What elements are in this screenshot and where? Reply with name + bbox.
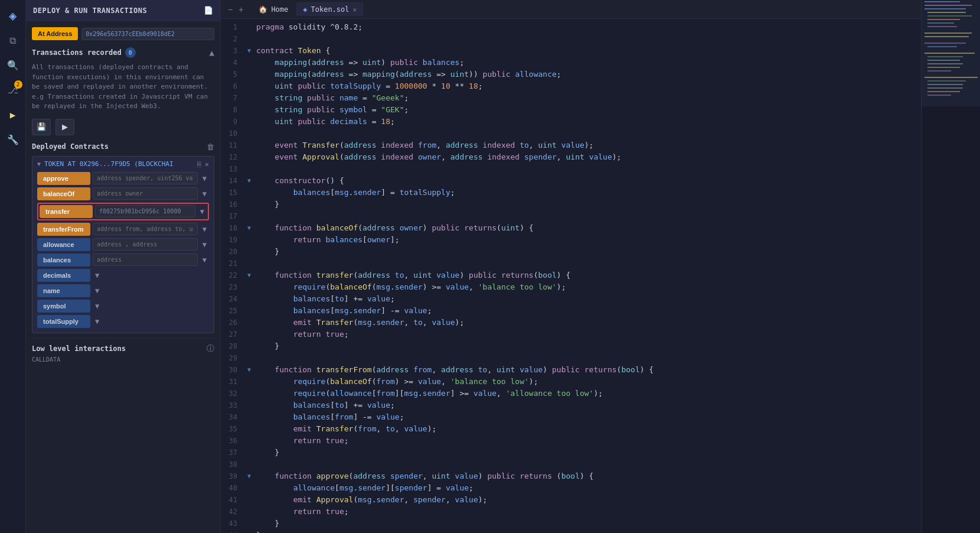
code-line-30: 30 ▼ function transferFrom(address from,… bbox=[221, 364, 921, 376]
fold-14[interactable]: ▼ bbox=[244, 175, 254, 187]
line-number-27: 27 bbox=[221, 329, 244, 340]
save-button[interactable]: 💾 bbox=[32, 119, 51, 135]
method-button-symbol[interactable]: symbol bbox=[37, 300, 90, 313]
method-button-transfer[interactable]: transfer bbox=[40, 205, 93, 218]
code-line-25: 25 balances[msg.sender] -= value; bbox=[221, 305, 921, 317]
method-chevron-decimals[interactable]: ▼ bbox=[93, 269, 102, 282]
tab-home-icon: 🏠 bbox=[259, 5, 267, 14]
fold-3[interactable]: ▼ bbox=[244, 45, 254, 57]
fold-30[interactable]: ▼ bbox=[244, 364, 254, 376]
code-line-8: 8 string public symbol = "GEK"; bbox=[221, 104, 921, 116]
method-input-approve[interactable] bbox=[93, 172, 198, 184]
code-line-31: 31 require(balanceOf(from) >= value, 'ba… bbox=[221, 376, 921, 388]
method-button-totalsupply[interactable]: totalSupply bbox=[37, 315, 90, 328]
line-number-10: 10 bbox=[221, 128, 244, 139]
method-chevron-balanceof[interactable]: ▼ bbox=[200, 187, 209, 200]
settings-icon[interactable]: 🔧 bbox=[2, 129, 24, 150]
method-chevron-transferfrom[interactable]: ▼ bbox=[200, 223, 209, 236]
fold-18[interactable]: ▼ bbox=[244, 222, 254, 234]
line-number-9: 9 bbox=[221, 116, 244, 128]
code-line-37: 37 } bbox=[221, 447, 921, 459]
transactions-recorded: Transactions recorded 0 ▲ bbox=[32, 47, 214, 58]
method-chevron-approve[interactable]: ▼ bbox=[200, 172, 209, 185]
method-button-allowance[interactable]: allowance bbox=[37, 238, 90, 251]
trash-icon[interactable]: 🗑 bbox=[207, 142, 214, 151]
code-line-28: 28 } bbox=[221, 340, 921, 352]
fold-39[interactable]: ▼ bbox=[244, 470, 254, 482]
method-button-balances[interactable]: balances bbox=[37, 254, 90, 266]
git-icon[interactable]: ⎇ 2 bbox=[2, 79, 24, 100]
deploy-panel-body: At Address Transactions recorded 0 ▲ All… bbox=[26, 21, 220, 533]
code-content-40: allowance[msg.sender][spender] = value; bbox=[254, 482, 921, 494]
method-chevron-name[interactable]: ▼ bbox=[93, 284, 102, 297]
method-row-symbol: symbol ▼ bbox=[37, 300, 209, 313]
at-address-button[interactable]: At Address bbox=[32, 27, 78, 40]
code-line-13: 13 bbox=[221, 163, 921, 175]
code-line-24: 24 balances[to] += value; bbox=[221, 293, 921, 305]
line-number-6: 6 bbox=[221, 80, 244, 92]
at-address-input[interactable] bbox=[81, 28, 214, 40]
zoom-out-button[interactable]: − bbox=[226, 4, 235, 15]
method-chevron-symbol[interactable]: ▼ bbox=[93, 300, 102, 313]
method-input-allowance[interactable] bbox=[93, 238, 198, 251]
tab-close-button[interactable]: ✕ bbox=[353, 6, 357, 14]
transactions-count-badge: 0 bbox=[125, 47, 136, 58]
code-editor[interactable]: 1 pragma solidity ^0.8.2; 2 3 ▼ contract… bbox=[221, 19, 921, 533]
deploy-panel-doc-icon[interactable]: 📄 bbox=[204, 6, 213, 15]
code-content-14: constructor() { bbox=[254, 175, 921, 187]
line-number-5: 5 bbox=[221, 69, 244, 80]
method-input-balances[interactable] bbox=[93, 254, 198, 266]
contract-header[interactable]: ▼ TOKEN AT 0X296...7F9D5 (BLOCKCHAI ⎘ ✕ bbox=[32, 157, 214, 172]
line-number-37: 37 bbox=[221, 447, 244, 459]
play-button[interactable]: ▶ bbox=[55, 119, 74, 135]
method-row-transfer-highlighted: transfer ▼ bbox=[37, 203, 209, 220]
code-content-35: emit Transfer(from, to, value); bbox=[254, 423, 921, 435]
code-line-7: 7 string public name = "Geeek"; bbox=[221, 92, 921, 104]
code-line-6: 6 uint public totalSupply = 1000000 * 10… bbox=[221, 80, 921, 92]
code-content-23: require(balanceOf(msg.sender) >= value, … bbox=[254, 281, 921, 293]
method-input-transferfrom[interactable] bbox=[93, 223, 198, 235]
line-number-20: 20 bbox=[221, 246, 244, 258]
method-row-balances: balances ▼ bbox=[37, 254, 209, 266]
zoom-in-button[interactable]: + bbox=[236, 4, 246, 15]
search-icon[interactable]: 🔍 bbox=[2, 54, 24, 76]
code-line-40: 40 allowance[msg.sender][spender] = valu… bbox=[221, 482, 921, 494]
line-number-22: 22 bbox=[221, 269, 244, 281]
minimap-svg bbox=[922, 0, 980, 514]
low-level-info-icon[interactable]: ⓘ bbox=[207, 343, 214, 354]
method-button-name[interactable]: name bbox=[37, 284, 90, 297]
tab-token-sol-label: Token.sol bbox=[311, 5, 349, 14]
contract-copy-button[interactable]: ⎘ bbox=[197, 160, 201, 168]
code-content-32: require(allowance[from][msg.sender] >= v… bbox=[254, 388, 921, 399]
code-line-5: 5 mapping(address => mapping(address => … bbox=[221, 69, 921, 80]
method-button-balanceof[interactable]: balanceOf bbox=[37, 187, 90, 200]
line-number-2: 2 bbox=[221, 33, 244, 45]
svg-rect-24 bbox=[922, 0, 980, 106]
code-line-10: 10 bbox=[221, 128, 921, 139]
low-level-title: Low level interactions bbox=[32, 344, 126, 353]
method-button-decimals[interactable]: decimals bbox=[37, 269, 90, 282]
tab-home[interactable]: 🏠 Home bbox=[253, 3, 294, 16]
method-input-balanceof[interactable] bbox=[93, 187, 198, 200]
logo-icon: ◈ bbox=[2, 5, 24, 26]
contract-close-button[interactable]: ✕ bbox=[205, 160, 209, 168]
method-chevron-balances[interactable]: ▼ bbox=[200, 254, 209, 266]
fold-22[interactable]: ▼ bbox=[244, 269, 254, 281]
tab-token-sol[interactable]: ◈ Token.sol ✕ bbox=[296, 2, 363, 16]
files-icon[interactable]: ⧉ bbox=[2, 30, 24, 51]
line-number-16: 16 bbox=[221, 199, 244, 210]
method-chevron-transfer[interactable]: ▼ bbox=[198, 205, 207, 218]
line-number-29: 29 bbox=[221, 352, 244, 364]
code-line-22: 22 ▼ function transfer(address to, uint … bbox=[221, 269, 921, 281]
method-chevron-allowance[interactable]: ▼ bbox=[200, 238, 209, 251]
code-line-41: 41 emit Approval(msg.sender, spender, va… bbox=[221, 494, 921, 506]
method-chevron-totalsupply[interactable]: ▼ bbox=[93, 315, 102, 328]
deploy-icon[interactable]: ▶ bbox=[2, 104, 24, 125]
code-content-37: } bbox=[254, 447, 921, 459]
method-button-approve[interactable]: approve bbox=[37, 172, 90, 185]
transactions-collapse-button[interactable]: ▲ bbox=[210, 48, 214, 57]
method-button-transferfrom[interactable]: transferFrom bbox=[37, 223, 90, 236]
method-input-transfer[interactable] bbox=[95, 205, 195, 217]
code-content-16: } bbox=[254, 199, 921, 210]
line-number-19: 19 bbox=[221, 234, 244, 246]
